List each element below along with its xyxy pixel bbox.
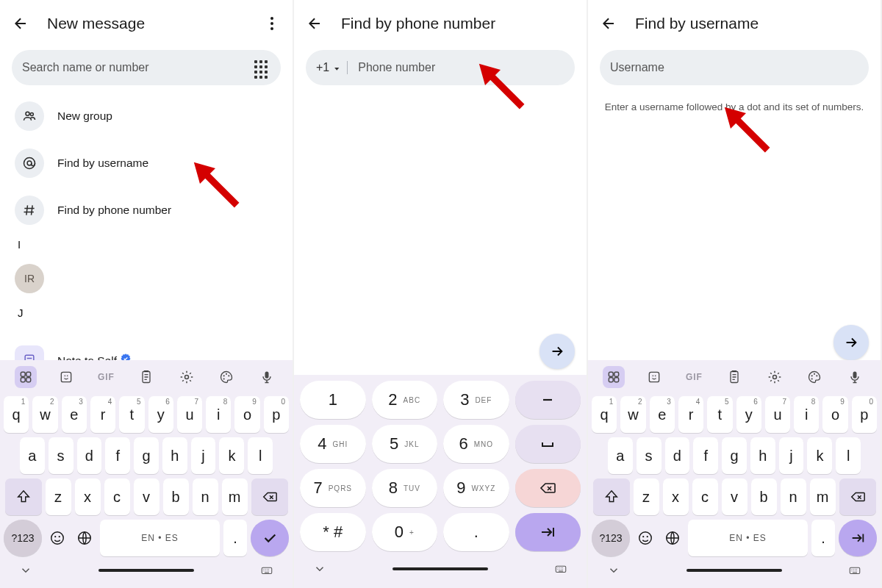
phone-input[interactable]: [358, 61, 564, 74]
numkey-3[interactable]: 3DEF: [443, 381, 509, 419]
backspace-key[interactable]: [515, 469, 581, 507]
key-d[interactable]: d: [77, 437, 102, 474]
back-icon[interactable]: [10, 13, 31, 34]
next-button[interactable]: [833, 325, 869, 360]
gear-icon[interactable]: [764, 366, 786, 388]
key-i[interactable]: i8: [794, 396, 819, 433]
emoji-key[interactable]: [46, 520, 69, 556]
key-e[interactable]: e3: [62, 396, 87, 433]
apps-icon[interactable]: [15, 366, 37, 388]
key-r[interactable]: r4: [678, 396, 703, 433]
clipboard-icon[interactable]: [723, 366, 745, 388]
key-x[interactable]: x: [663, 478, 689, 515]
period-key[interactable]: .: [223, 520, 247, 556]
numkey-1[interactable]: 1: [300, 381, 366, 419]
key-n[interactable]: n: [193, 478, 218, 515]
username-field[interactable]: [600, 50, 869, 85]
mic-icon[interactable]: [844, 366, 866, 388]
nav-handle[interactable]: [98, 569, 194, 572]
next-button[interactable]: [539, 334, 575, 369]
key-p[interactable]: p0: [264, 396, 289, 433]
key-d[interactable]: d: [665, 437, 690, 474]
key-y[interactable]: y6: [148, 396, 173, 433]
key-z[interactable]: z: [46, 478, 71, 515]
keyboard-mini-icon[interactable]: [554, 562, 567, 576]
key-w[interactable]: w2: [32, 396, 57, 433]
key-j[interactable]: j: [191, 437, 216, 474]
key-u[interactable]: u7: [765, 396, 790, 433]
nav-handle[interactable]: [392, 567, 488, 570]
nav-handle[interactable]: [686, 569, 782, 572]
space-key[interactable]: [515, 425, 581, 463]
key-z[interactable]: z: [634, 478, 659, 515]
numkey-8[interactable]: 8TUV: [372, 469, 438, 507]
dash-key[interactable]: [515, 381, 581, 419]
sticker-icon[interactable]: [643, 366, 665, 388]
sticker-icon[interactable]: [55, 366, 77, 388]
search-input[interactable]: [22, 61, 245, 74]
key-f[interactable]: f: [105, 437, 130, 474]
key-a[interactable]: a: [608, 437, 633, 474]
backspace-key[interactable]: [251, 478, 288, 515]
key-j[interactable]: j: [779, 437, 804, 474]
emoji-key[interactable]: [634, 520, 657, 556]
key-h[interactable]: h: [162, 437, 187, 474]
apps-icon[interactable]: [603, 366, 625, 388]
key-g[interactable]: g: [722, 437, 747, 474]
numkey-0[interactable]: 0+: [372, 513, 438, 551]
palette-icon[interactable]: [803, 366, 825, 388]
globe-key[interactable]: [73, 520, 96, 556]
key-h[interactable]: h: [750, 437, 775, 474]
key-x[interactable]: x: [75, 478, 101, 515]
key-u[interactable]: u7: [177, 396, 202, 433]
back-icon[interactable]: [598, 13, 619, 34]
chevron-down-icon[interactable]: [313, 562, 326, 576]
key-o[interactable]: o9: [822, 396, 847, 433]
numkey-5[interactable]: 5JKL: [372, 425, 438, 463]
enter-key[interactable]: [515, 513, 581, 551]
clipboard-icon[interactable]: [135, 366, 157, 388]
numkey-7[interactable]: 7PQRS: [300, 469, 366, 507]
key-s[interactable]: s: [49, 437, 74, 474]
enter-key[interactable]: [839, 520, 877, 556]
key-w[interactable]: w2: [620, 396, 645, 433]
country-code-selector[interactable]: +1: [316, 61, 348, 74]
key-s[interactable]: s: [637, 437, 662, 474]
numkey-.[interactable]: .: [443, 513, 509, 551]
keyboard-mini-icon[interactable]: [260, 564, 273, 577]
contact-row[interactable]: IR: [0, 255, 293, 302]
symbols-key[interactable]: ?123: [4, 520, 42, 556]
enter-key[interactable]: [251, 520, 289, 556]
key-q[interactable]: q1: [592, 396, 617, 433]
chevron-down-icon[interactable]: [607, 564, 620, 577]
find-phone-item[interactable]: Find by phone number: [0, 187, 293, 234]
numkey-4[interactable]: 4GHI: [300, 425, 366, 463]
key-t[interactable]: t5: [707, 396, 732, 433]
numkey-* #[interactable]: * #: [300, 513, 366, 551]
key-e[interactable]: e3: [650, 396, 675, 433]
numkey-9[interactable]: 9WXYZ: [443, 469, 509, 507]
period-key[interactable]: .: [811, 520, 835, 556]
key-n[interactable]: n: [781, 478, 806, 515]
shift-key[interactable]: [5, 478, 42, 515]
key-a[interactable]: a: [20, 437, 45, 474]
backspace-key[interactable]: [839, 478, 876, 515]
numkey-6[interactable]: 6MNO: [443, 425, 509, 463]
more-icon[interactable]: [262, 13, 282, 34]
key-m[interactable]: m: [810, 478, 836, 515]
key-c[interactable]: c: [104, 478, 130, 515]
key-r[interactable]: r4: [90, 396, 115, 433]
key-f[interactable]: f: [693, 437, 718, 474]
find-username-item[interactable]: Find by username: [0, 140, 293, 187]
key-b[interactable]: b: [751, 478, 777, 515]
dialpad-icon[interactable]: [253, 59, 270, 76]
keyboard-mini-icon[interactable]: [848, 564, 861, 577]
key-m[interactable]: m: [222, 478, 248, 515]
gif-button[interactable]: GIF: [683, 366, 705, 388]
gif-button[interactable]: GIF: [95, 366, 117, 388]
key-y[interactable]: y6: [736, 396, 761, 433]
username-input[interactable]: [610, 61, 858, 74]
key-k[interactable]: k: [219, 437, 244, 474]
space-key[interactable]: EN • ES: [688, 520, 808, 556]
key-k[interactable]: k: [807, 437, 832, 474]
